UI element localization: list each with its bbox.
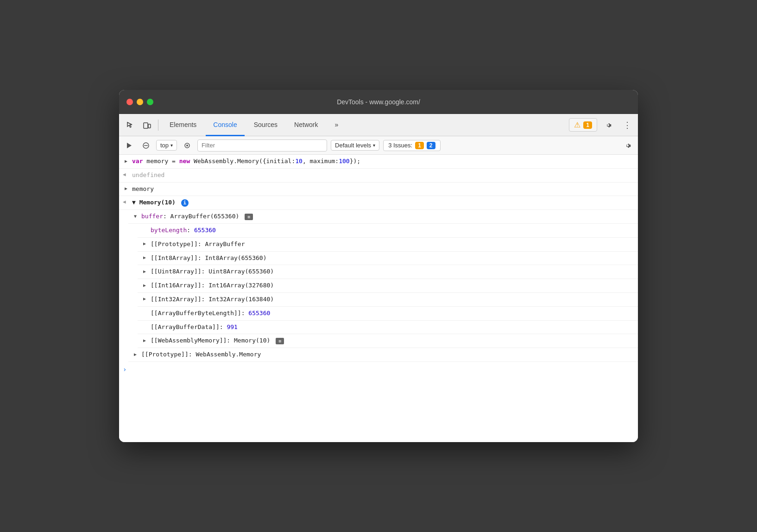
titlebar: DevTools - www.google.com/	[119, 90, 638, 114]
int8-expand-button[interactable]	[141, 254, 148, 261]
tab-sources[interactable]: Sources	[246, 114, 285, 136]
filter-input[interactable]	[197, 139, 327, 152]
console-line-prototype1: [[Prototype]]: ArrayBuffer	[138, 238, 638, 252]
window-title: DevTools - www.google.com/	[337, 98, 420, 106]
webassemblymemory-text: [[WebAssemblyMemory]]: Memory(10) ⊞	[151, 336, 634, 346]
arraybufferdata-text: [[ArrayBufferData]]: 991	[151, 323, 634, 332]
tab-more[interactable]: »	[327, 114, 346, 136]
clear-console-button[interactable]	[139, 139, 152, 152]
console-line-3: memory	[119, 183, 638, 196]
expand-memory-button[interactable]	[123, 185, 129, 192]
int16-text: [[Int16Array]]: Int16Array(327680)	[151, 281, 634, 291]
buffer-text: buffer: ArrayBuffer(655360) ⊞	[141, 212, 634, 222]
console-toolbar: top ▾ Default levels ▾ 3 Issues: 1 2	[119, 136, 638, 155]
levels-label: Default levels	[335, 142, 371, 149]
int32-expand-button[interactable]	[141, 296, 148, 302]
context-label: top	[160, 142, 169, 149]
log-levels-button[interactable]: Default levels ▾	[331, 140, 379, 151]
more-options-button[interactable]: ⋮	[619, 118, 634, 133]
warnings-button[interactable]: ⚠ 1	[569, 118, 597, 132]
tab-elements[interactable]: Elements	[162, 114, 204, 136]
issues-button[interactable]: 3 Issues: 1 2	[383, 140, 440, 151]
tab-console[interactable]: Console	[206, 114, 244, 136]
main-toolbar: Elements Console Sources Network » ⚠ 1	[119, 114, 638, 136]
dropdown-arrow-icon: ▾	[170, 143, 173, 148]
uint8-expand-button[interactable]	[141, 268, 148, 274]
console-line-buffer: ▼ buffer: ArrayBuffer(655360) ⊞	[128, 210, 638, 224]
warning-count: 1	[583, 121, 592, 129]
maximize-button[interactable]	[147, 99, 153, 105]
live-expressions-button[interactable]	[181, 139, 194, 152]
console-line-int32: [[Int32Array]]: Int32Array(163840)	[138, 293, 638, 307]
undefined-text: undefined	[132, 171, 634, 180]
memory-info-icon[interactable]: i	[181, 199, 189, 207]
tab-network[interactable]: Network	[287, 114, 325, 136]
console-settings-button[interactable]	[621, 139, 634, 152]
console-line-arraybufferbylength: [[ArrayBufferByteLength]]: 655360	[138, 307, 638, 321]
close-button[interactable]	[126, 99, 133, 105]
back-arrow-spacer: ◀	[123, 198, 129, 205]
issues-warning-count: 1	[415, 142, 424, 149]
memory-text: memory	[132, 184, 634, 194]
toolbar-divider	[158, 120, 158, 131]
bytelength-text: byteLength: 655360	[151, 226, 634, 235]
ellipsis-icon: ⋮	[623, 120, 631, 130]
int32-text: [[Int32Array]]: Int32Array(163840)	[151, 295, 634, 304]
console-line-webassemblymemory: [[WebAssemblyMemory]]: Memory(10) ⊞	[138, 334, 638, 348]
svg-point-6	[186, 145, 188, 146]
int16-expand-button[interactable]	[141, 282, 148, 288]
console-line-1: var memory = new WebAssembly.Memory({ini…	[119, 155, 638, 169]
devtools-window: DevTools - www.google.com/ Elements Cons…	[119, 90, 638, 442]
levels-arrow-icon: ▾	[373, 143, 375, 148]
prototype2-expand-button[interactable]	[132, 351, 139, 357]
traffic-lights	[126, 99, 153, 105]
buffer-db-icon: ⊞	[245, 214, 253, 220]
device-toolbar-button[interactable]	[139, 118, 154, 133]
console-line1-text: var memory = new WebAssembly.Memory({ini…	[132, 157, 634, 166]
settings-button[interactable]	[601, 118, 616, 133]
console-line-int8: [[Int8Array]]: Int8Array(655360)	[138, 252, 638, 266]
svg-rect-1	[148, 124, 151, 128]
context-selector[interactable]: top ▾	[156, 140, 177, 151]
buffer-expand-icon[interactable]: ▼	[132, 213, 139, 219]
console-line-int16: [[Int16Array]]: Int16Array(327680)	[138, 279, 638, 293]
svg-rect-0	[144, 123, 148, 128]
warning-icon: ⚠	[574, 120, 580, 129]
prototype2-text: [[Prototype]]: WebAssembly.Memory	[141, 350, 634, 360]
webassemblymemory-expand-button[interactable]	[141, 337, 148, 343]
console-line-memory-header: ◀ ▼ Memory(10) i	[119, 196, 638, 210]
minimize-button[interactable]	[137, 99, 143, 105]
console-output: var memory = new WebAssembly.Memory({ini…	[119, 155, 638, 442]
toolbar-right: ⚠ 1 ⋮	[569, 118, 634, 133]
console-line-bytelength: byteLength: 655360	[138, 224, 638, 238]
arraybufferbylength-text: [[ArrayBufferByteLength]]: 655360	[151, 309, 634, 318]
issues-info-count: 2	[427, 142, 435, 149]
console-line-arraybufferdata: [[ArrayBufferData]]: 991	[138, 321, 638, 335]
prototype1-text: [[Prototype]]: ArrayBuffer	[151, 240, 634, 249]
memory-header-text: ▼ Memory(10) i	[132, 198, 634, 208]
console-line-uint8: [[Uint8Array]]: Uint8Array(655360)	[138, 265, 638, 279]
uint8-text: [[Uint8Array]]: Uint8Array(655360)	[151, 267, 634, 277]
console-prompt[interactable]: ›	[119, 362, 638, 377]
prototype1-expand-button[interactable]	[141, 241, 148, 247]
console-line-2: ◀ undefined	[119, 169, 638, 183]
left-arrow-icon: ◀	[123, 171, 129, 177]
console-line-prototype2: [[Prototype]]: WebAssembly.Memory	[128, 348, 638, 362]
wasm-db-icon: ⊞	[276, 338, 284, 344]
inspect-element-button[interactable]	[123, 118, 138, 133]
issues-text: 3 Issues:	[388, 142, 412, 149]
svg-marker-2	[127, 143, 132, 148]
int8-text: [[Int8Array]]: Int8Array(655360)	[151, 253, 634, 263]
execute-script-button[interactable]	[123, 139, 136, 152]
prompt-arrow-icon: ›	[123, 366, 126, 373]
expand-line1-button[interactable]	[123, 158, 129, 164]
